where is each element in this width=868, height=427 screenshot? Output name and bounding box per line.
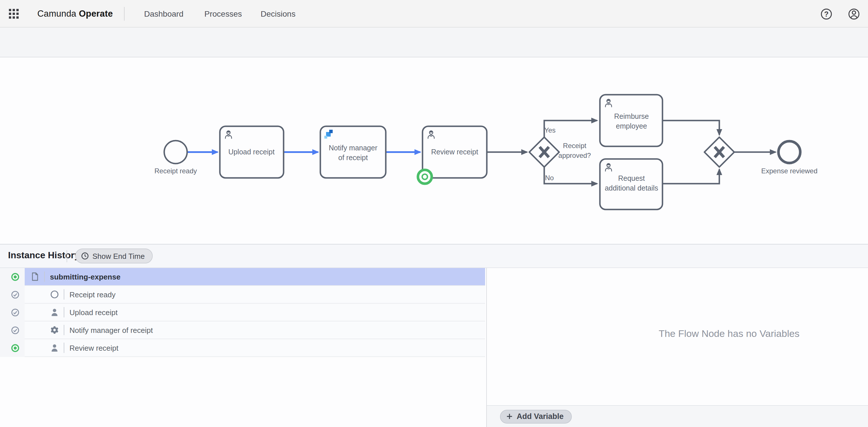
flow-request-to-merge (662, 169, 719, 184)
tab-processes[interactable]: Processes (205, 0, 242, 28)
instance-history-tree: submitting-expense Receipt ready (0, 268, 485, 357)
user-task-icon (50, 308, 59, 317)
row-label: Notify manager of receipt (69, 326, 153, 334)
row-divider (64, 289, 64, 300)
tab-dashboard[interactable]: Dashboard (144, 0, 183, 28)
help-button[interactable]: ? (820, 8, 832, 20)
gateway-question-label-1: Receipt (563, 142, 586, 150)
row-label: Receipt ready (69, 290, 115, 299)
user-task-icon (50, 343, 59, 352)
active-status-icon (11, 344, 20, 352)
question-glyph: ? (824, 10, 828, 18)
flow-reimburse-to-merge (662, 121, 719, 135)
row-divider (64, 307, 64, 317)
camunda-operate-app: Camunda Operate Dashboard Processes Deci… (0, 0, 868, 427)
flow-yes-label: Yes (544, 126, 555, 134)
top-nav: Camunda Operate Dashboard Processes Deci… (0, 0, 868, 28)
row-label: Review receipt (69, 343, 119, 352)
completed-status-icon (11, 326, 20, 335)
row-divider (44, 271, 45, 282)
nav-divider (124, 7, 125, 21)
task-request-label-1: Request (618, 174, 645, 182)
completed-status-icon (11, 308, 20, 317)
task-reimburse-label-2: employee (616, 122, 647, 130)
panel-divider[interactable] (486, 268, 487, 427)
end-event-label: Expense reviewed (761, 167, 817, 175)
variables-empty-message: The Flow Node has no Variables (586, 328, 868, 340)
user-avatar-icon (848, 8, 860, 20)
row-divider (64, 325, 64, 335)
show-end-time-button[interactable]: Show End Time (75, 249, 153, 263)
task-notify-manager-label-2: of receipt (338, 154, 368, 162)
row-divider (64, 342, 64, 353)
history-row-notify-manager[interactable]: Notify manager of receipt (0, 321, 485, 339)
end-event-expense-reviewed[interactable] (778, 141, 800, 163)
show-end-time-label: Show End Time (92, 252, 145, 260)
plus-icon (506, 413, 513, 420)
clock-icon (81, 252, 89, 260)
start-event-label: Receipt ready (154, 167, 197, 175)
row-status-cell (0, 339, 25, 357)
task-notify-manager-label-1: Notify manager (329, 144, 377, 152)
row-label: Upload receipt (69, 308, 118, 317)
active-status-icon (11, 273, 20, 281)
bpmn-diagram: Receipt ready Upload receipt Notify mana… (0, 57, 868, 244)
brand-prefix: Camunda (37, 9, 76, 19)
variables-footer: Add Variable (487, 405, 868, 427)
row-status-cell (0, 304, 25, 321)
brand-suffix: Operate (79, 9, 113, 19)
instance-header: Process Name submit-expense Process Inst… (0, 28, 868, 57)
active-instances-badge-inner (422, 174, 427, 179)
process-document-icon (30, 272, 40, 281)
tab-decisions[interactable]: Decisions (260, 0, 296, 28)
completed-status-icon (11, 290, 20, 299)
gateway-question-label-2: approved? (558, 152, 591, 159)
user-menu-button[interactable] (848, 8, 860, 20)
history-row-receipt-ready[interactable]: Receipt ready (0, 286, 485, 304)
brand: Camunda Operate (37, 0, 113, 28)
history-header-divider (67, 250, 67, 262)
row-label: submitting-expense (50, 272, 121, 281)
start-event-icon (50, 290, 59, 299)
help-icon: ? (820, 8, 832, 20)
task-request-label-2: additional details (605, 184, 658, 192)
add-variable-label: Add Variable (517, 412, 564, 421)
history-row-upload-receipt[interactable]: Upload receipt (0, 304, 485, 321)
flow-no-label: No (545, 174, 554, 182)
task-reimburse-label-1: Reimburse (614, 112, 649, 120)
service-task-gear-icon (50, 325, 59, 335)
row-status-cell (0, 321, 25, 339)
app-switcher-icon (9, 9, 19, 19)
task-review-receipt-label: Review receipt (431, 148, 478, 156)
row-status-cell (0, 286, 25, 304)
start-event-receipt-ready[interactable] (164, 141, 187, 164)
instance-history-header: Instance History Show End Time (0, 244, 868, 268)
history-row-submitting-expense[interactable]: submitting-expense (0, 268, 485, 286)
app-switcher-button[interactable] (6, 6, 22, 22)
add-variable-button[interactable]: Add Variable (500, 409, 572, 423)
instance-history-title: Instance History (8, 250, 80, 261)
history-row-review-receipt[interactable]: Review receipt (0, 339, 485, 357)
row-status-cell (0, 268, 25, 286)
task-upload-receipt-label: Upload receipt (228, 148, 274, 156)
